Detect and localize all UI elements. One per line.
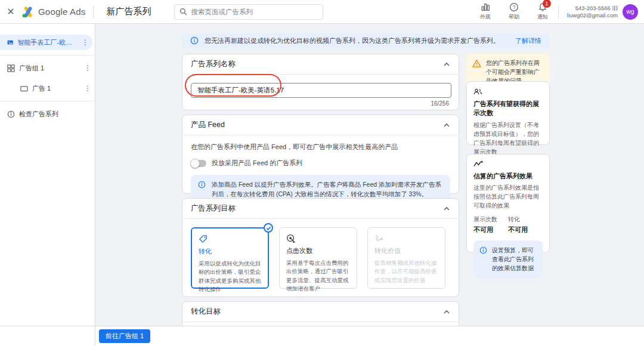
close-icon[interactable]: ✕ (0, 6, 21, 17)
goal-option-description: 采用以促成转化为优化目标的出价策略，吸引受众群体完成更多购买或其他转化操作 (199, 260, 261, 294)
product-feed-toggle[interactable] (191, 160, 206, 167)
reach-card-title: 广告系列有望获得的展示次数 (473, 100, 543, 118)
collapse-chevron-icon[interactable] (443, 122, 450, 129)
notification-badge: 1 (543, 0, 551, 8)
campaign-goal-title: 广告系列目标 (191, 203, 236, 214)
set-budget-info-text: 设置预算，即可查看此广告系列的效果估算数据 (492, 246, 537, 273)
footer-bar: 前往广告组 1 (0, 326, 644, 346)
sidebar-item-campaign[interactable]: 智能手表工厂-欧美-英语... ⋮ (0, 35, 92, 50)
goal-option-conversions[interactable]: 转化 采用以促成转化为优化目标的出价策略，吸引受众群体完成更多购买或其他转化操作 (191, 227, 269, 289)
search-input[interactable] (191, 8, 318, 16)
reach-card-description: 根据广告系列设置（不考虑预算或目标值），您的广告系列每周有望获得的展示次数 (473, 121, 543, 156)
impressions-value: 不可用 (473, 225, 508, 234)
appearance-button[interactable]: 外观 (472, 2, 499, 21)
campaign-name-title: 广告系列名称 (191, 59, 236, 69)
goal-option-conversion-value[interactable]: 转化价值 提高销售额或其他转化操作量，以尽可能提高价值或实现您设置的价值 (367, 227, 445, 289)
conversions-value: 不可用 (508, 225, 543, 234)
campaign-name-input[interactable] (191, 83, 451, 98)
search-box[interactable] (174, 4, 323, 20)
goal-option-description: 采用基于每次点击费用的出价策略，通过广告吸引更多流量、提高互动度或增加潜在客户 (286, 259, 350, 293)
account-id: 543-203-5566 旧 (567, 5, 618, 12)
page-title: 新广告系列 (94, 6, 165, 17)
learn-more-link[interactable]: 了解详情 (515, 36, 541, 45)
campaign-name-card: 广告系列名称 16/256 (182, 54, 459, 110)
help-icon: ? (509, 2, 519, 12)
sidebar-item-ad[interactable]: 广告 1 ⋮ (0, 81, 95, 96)
more-options-icon[interactable]: ⋮ (84, 84, 91, 92)
conversion-value-icon (374, 234, 383, 243)
sidebar-item-review-campaign[interactable]: 检查广告系列 (0, 106, 95, 122)
product-feed-info-text: 添加商品 Feed 以提升广告系列效果。广告客户将商品 Feed 添加到需求开发… (212, 180, 443, 199)
trend-icon (473, 160, 483, 168)
set-budget-infobox: 设置预算，即可查看此广告系列的效果估算数据 (473, 240, 543, 278)
sidebar-item-label: 智能手表工厂-欧美-英语... (17, 38, 78, 47)
sidebar-divider (0, 55, 95, 55)
appearance-label: 外观 (480, 13, 491, 21)
tag-icon (199, 234, 208, 243)
goal-option-title: 转化 (199, 247, 261, 256)
product-feed-title: 产品 Feed (191, 120, 225, 130)
svg-text:?: ? (512, 4, 515, 10)
sidebar-item-label: 检查广告系列 (19, 110, 58, 119)
account-menu[interactable]: 543-203-5566 旧 liuwg02@gmail.com wg (567, 4, 638, 20)
more-options-icon[interactable]: ⋮ (82, 38, 89, 47)
account-email: liuwg02@gmail.com (567, 12, 618, 19)
char-counter: 16/256 (191, 100, 450, 107)
estimated-results-card: 估算的广告系列效果 这里的广告系列效果是指按照估算此广告系列每周可取得的效果 展… (466, 154, 550, 253)
google-ads-logo-icon (21, 5, 35, 18)
info-icon (479, 246, 487, 254)
product-feed-card: 产品 Feed 在您的广告系列中使用产品 Feed，即可在广告中展示相关性最高的… (182, 115, 459, 194)
left-navigation: 智能手表工厂-欧美-英语... ⋮ 广告组 1 ⋮ 广告 1 ⋮ 检查广告系列 (0, 24, 95, 346)
footer-sidebar-spacer (0, 326, 95, 346)
info-icon (190, 36, 199, 45)
collapse-chevron-icon[interactable] (443, 205, 450, 212)
ad-icon (20, 85, 28, 92)
more-options-icon[interactable]: ⋮ (84, 64, 91, 72)
campaign-icon (7, 39, 13, 47)
sidebar-item-label: 广告组 1 (19, 64, 44, 73)
main-content: 您无法再新建以促成转化为优化目标的视频广告系列，因为这类广告系列将升级为需求开发… (95, 24, 644, 346)
selected-check-icon (264, 223, 273, 233)
goal-option-clicks[interactable]: 点击次数 采用基于每次点击费用的出价策略，通过广告吸引更多流量、提高互动度或增加… (279, 227, 357, 289)
toggle-label: 投放采用产品 Feed 的广告系列 (212, 159, 302, 168)
collapse-chevron-icon[interactable] (443, 308, 450, 316)
sidebar-item-label: 广告 1 (32, 84, 51, 93)
search-icon (179, 8, 187, 16)
sidebar-item-ad-group[interactable]: 广告组 1 ⋮ (0, 60, 95, 76)
goal-option-title: 点击次数 (286, 246, 350, 255)
go-to-ad-group-button[interactable]: 前往广告组 1 (99, 329, 150, 343)
collapse-chevron-icon[interactable] (443, 61, 450, 68)
banner-message: 您无法再新建以促成转化为优化目标的视频广告系列，因为这类广告系列将升级为需求开发… (205, 36, 509, 45)
info-icon (198, 181, 206, 189)
goal-option-title: 转化价值 (374, 246, 438, 255)
brand-name: Google Ads (38, 7, 86, 17)
estimate-card-title: 估算的广告系列效果 (473, 172, 543, 181)
warning-icon (472, 59, 481, 68)
notifications-label: 通知 (537, 13, 548, 21)
product-feed-description: 在您的广告系列中使用产品 Feed，即可在广告中展示相关性最高的产品 (191, 143, 450, 152)
impressions-label: 展示次数 (473, 215, 508, 224)
help-button[interactable]: ? 帮助 (501, 2, 527, 21)
click-icon (286, 234, 295, 243)
appearance-icon (481, 2, 490, 12)
sidebar-divider (0, 101, 95, 101)
campaign-goal-card: 广告系列目标 转化 采用以促成转化为优化目标的出价策略，吸引受众群体完成更多购买… (182, 198, 459, 297)
conversions-label: 转化 (508, 215, 543, 224)
audience-icon (473, 88, 482, 95)
goal-option-description: 提高销售额或其他转化操作量，以尽可能提高价值或实现您设置的价值 (374, 259, 438, 285)
conversion-goal-title: 转化目标 (191, 307, 221, 317)
top-app-bar: ✕ Google Ads 新广告系列 外观 ? (0, 0, 644, 24)
info-banner: 您无法再新建以促成转化为优化目标的视频广告系列，因为这类广告系列将升级为需求开发… (182, 33, 550, 48)
help-label: 帮助 (509, 13, 519, 21)
avatar[interactable]: wg (623, 4, 638, 20)
estimate-card-description: 这里的广告系列效果是指按照估算此广告系列每周可取得的效果 (473, 183, 543, 210)
notifications-button[interactable]: 1 通知 (530, 2, 556, 21)
topbar-divider (558, 5, 559, 18)
google-ads-logo: Google Ads (21, 5, 93, 18)
review-info-icon (7, 110, 15, 118)
estimated-impressions-card: 广告系列有望获得的展示次数 根据广告系列设置（不考虑预算或目标值），您的广告系列… (466, 81, 550, 145)
ad-group-icon (7, 64, 15, 72)
